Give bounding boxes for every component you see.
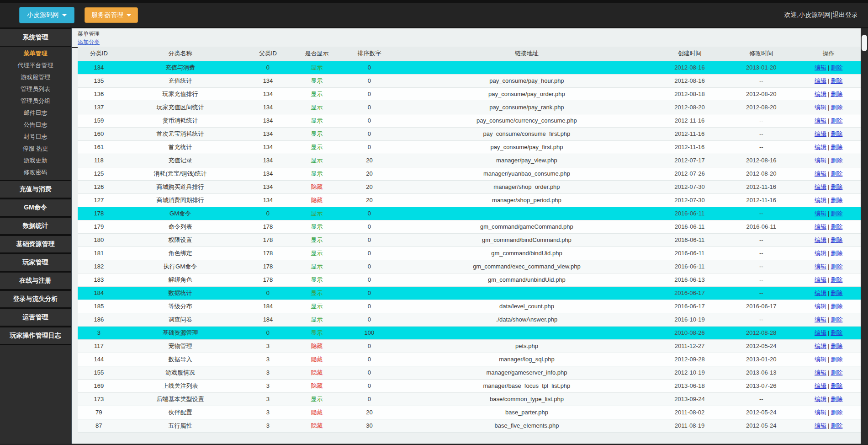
cell-link-address: manager/pay_view.php [400, 154, 653, 167]
edit-link[interactable]: 编辑 [815, 210, 826, 217]
delete-link[interactable]: 删除 [831, 276, 842, 283]
visible-status-badge: 显示 [311, 91, 323, 97]
edit-link[interactable]: 编辑 [815, 130, 826, 137]
edit-link[interactable]: 编辑 [815, 303, 826, 310]
visible-status-badge: 隐藏 [311, 369, 323, 376]
sidebar-item[interactable]: 菜单管理 [0, 48, 71, 59]
sidebar-item[interactable]: 代理平台管理 [0, 59, 71, 71]
cell-created-time: 2012-08-16 [653, 74, 726, 87]
delete-link[interactable]: 删除 [831, 369, 842, 376]
sidebar-item[interactable]: 管理员分组 [0, 95, 71, 107]
cell-modified-time: 2012-05-24 [726, 339, 796, 353]
scrollbar-thumb[interactable] [862, 35, 867, 51]
cell-category-name: 首充统计 [120, 140, 241, 154]
server-manage-dropdown-button[interactable]: 服务器管理 [85, 7, 138, 23]
sidebar-section-header-1[interactable]: 充值与消费 [0, 180, 71, 198]
delete-link[interactable]: 删除 [831, 144, 842, 150]
edit-link[interactable]: 编辑 [815, 64, 826, 71]
action-separator: | [828, 197, 829, 204]
cell-category-id: 137 [78, 101, 120, 114]
delete-link[interactable]: 删除 [831, 91, 842, 97]
delete-link[interactable]: 删除 [831, 409, 842, 416]
cell-category-name: 数据统计 [120, 286, 241, 300]
delete-link[interactable]: 删除 [831, 396, 842, 402]
edit-link[interactable]: 编辑 [815, 183, 826, 190]
delete-link[interactable]: 删除 [831, 236, 842, 243]
sidebar-section-header-8[interactable]: 运营管理 [0, 308, 71, 327]
sidebar-section-header-0[interactable]: 系统管理 [0, 28, 71, 47]
sidebar-item[interactable]: 管理员列表 [0, 83, 71, 95]
sidebar-item[interactable]: 公告日志 [0, 119, 71, 131]
delete-link[interactable]: 删除 [831, 77, 842, 84]
delete-link[interactable]: 删除 [831, 356, 842, 363]
edit-link[interactable]: 编辑 [815, 236, 826, 243]
edit-link[interactable]: 编辑 [815, 329, 826, 336]
delete-link[interactable]: 删除 [831, 422, 842, 429]
edit-link[interactable]: 编辑 [815, 276, 826, 283]
cell-parent-id: 134 [241, 127, 296, 140]
sidebar-section-header-6[interactable]: 在线与注册 [0, 272, 71, 290]
delete-link[interactable]: 删除 [831, 157, 842, 164]
delete-link[interactable]: 删除 [831, 64, 842, 71]
delete-link[interactable]: 删除 [831, 104, 842, 111]
delete-link[interactable]: 删除 [831, 210, 842, 217]
edit-link[interactable]: 编辑 [815, 157, 826, 164]
sidebar-section-header-7[interactable]: 登录与流失分析 [0, 290, 71, 308]
delete-link[interactable]: 删除 [831, 183, 842, 190]
edit-link[interactable]: 编辑 [815, 290, 826, 296]
sidebar-section-header-2[interactable]: GM命令 [0, 198, 71, 217]
edit-link[interactable]: 编辑 [815, 250, 826, 257]
action-separator: | [828, 396, 829, 402]
action-separator: | [828, 130, 829, 137]
edit-link[interactable]: 编辑 [815, 409, 826, 416]
vertical-scrollbar[interactable] [861, 28, 868, 444]
delete-link[interactable]: 删除 [831, 263, 842, 270]
delete-link[interactable]: 删除 [831, 197, 842, 204]
sidebar-item[interactable]: 停服 热更 [0, 143, 71, 155]
sidebar-section-header-9[interactable]: 玩家操作管理日志 [0, 327, 71, 345]
cell-category-name: 基础资源管理 [120, 326, 241, 339]
add-category-link[interactable]: 添加分类 [78, 39, 100, 46]
delete-link[interactable]: 删除 [831, 290, 842, 296]
sidebar-item[interactable]: 封号日志 [0, 131, 71, 143]
sidebar-item[interactable]: 邮件日志 [0, 107, 71, 119]
sidebar-item[interactable]: 游戏服管理 [0, 71, 71, 83]
logout-link[interactable]: 退出登录 [832, 11, 858, 19]
edit-link[interactable]: 编辑 [815, 91, 826, 97]
edit-link[interactable]: 编辑 [815, 77, 826, 84]
edit-link[interactable]: 编辑 [815, 170, 826, 177]
table-row: 183 解绑角色 178 显示 0 gm_command/unbindUid.p… [78, 273, 861, 286]
delete-link[interactable]: 删除 [831, 329, 842, 336]
sidebar-section-header-3[interactable]: 数据统计 [0, 217, 71, 235]
delete-link[interactable]: 删除 [831, 316, 842, 323]
edit-link[interactable]: 编辑 [815, 422, 826, 429]
edit-link[interactable]: 编辑 [815, 263, 826, 270]
edit-link[interactable]: 编辑 [815, 382, 826, 389]
delete-link[interactable]: 删除 [831, 130, 842, 137]
edit-link[interactable]: 编辑 [815, 144, 826, 150]
edit-link[interactable]: 编辑 [815, 356, 826, 363]
edit-link[interactable]: 编辑 [815, 197, 826, 204]
sidebar-item[interactable]: 修改密码 [0, 166, 71, 178]
cell-sort-number: 30 [339, 419, 400, 432]
delete-link[interactable]: 删除 [831, 343, 842, 349]
delete-link[interactable]: 删除 [831, 117, 842, 124]
sidebar-section-header-5[interactable]: 玩家管理 [0, 253, 71, 272]
sidebar-section: 在线与注册 [0, 272, 71, 290]
edit-link[interactable]: 编辑 [815, 316, 826, 323]
delete-link[interactable]: 删除 [831, 303, 842, 310]
sidebar-section-header-4[interactable]: 基础资源管理 [0, 235, 71, 253]
delete-link[interactable]: 删除 [831, 170, 842, 177]
edit-link[interactable]: 编辑 [815, 104, 826, 111]
brand-dropdown-button[interactable]: 小皮源码网 [19, 7, 74, 23]
sidebar-item[interactable]: 游戏更新 [0, 155, 71, 166]
edit-link[interactable]: 编辑 [815, 343, 826, 349]
edit-link[interactable]: 编辑 [815, 223, 826, 230]
cell-link-address: gm_command/bindCommand.php [400, 233, 653, 247]
edit-link[interactable]: 编辑 [815, 117, 826, 124]
edit-link[interactable]: 编辑 [815, 369, 826, 376]
delete-link[interactable]: 删除 [831, 223, 842, 230]
delete-link[interactable]: 删除 [831, 250, 842, 257]
edit-link[interactable]: 编辑 [815, 396, 826, 402]
delete-link[interactable]: 删除 [831, 382, 842, 389]
